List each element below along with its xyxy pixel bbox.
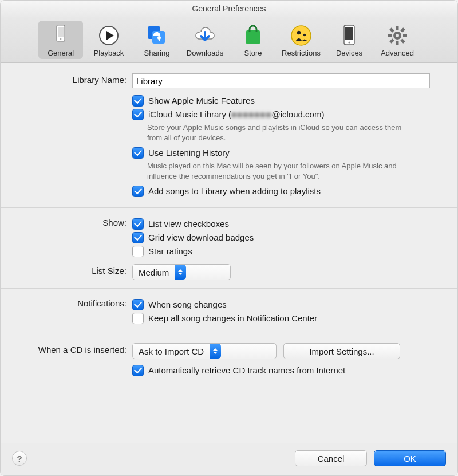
device-icon	[327, 23, 372, 48]
icloud-label-prefix: iCloud Music Library (	[148, 109, 231, 119]
select-value: Medium	[139, 267, 175, 277]
checkbox-label: Show Apple Music Features	[148, 95, 255, 107]
checkbox-label: Grid view download badges	[148, 232, 254, 243]
star-ratings-checkbox[interactable]: Star ratings	[132, 246, 430, 257]
listening-history-description: Music played on this Mac will be seen by…	[147, 161, 416, 181]
svg-rect-1	[58, 27, 64, 37]
library-name-input[interactable]	[132, 73, 430, 88]
list-view-checkboxes-checkbox[interactable]: List view checkboxes	[132, 218, 430, 230]
tab-playback[interactable]: Playback	[86, 21, 131, 59]
tab-restrictions[interactable]: Restrictions	[279, 21, 323, 59]
checkbox-label: When song changes	[148, 299, 227, 310]
tab-downloads[interactable]: Downloads	[183, 21, 227, 59]
checkbox-icon	[132, 365, 144, 376]
chevron-updown-icon	[175, 265, 186, 280]
gear-icon	[375, 23, 420, 48]
tab-label: Playback	[86, 49, 131, 57]
checkbox-label: Keep all song changes in Notification Ce…	[148, 313, 317, 324]
checkbox-icon	[132, 218, 144, 230]
svg-rect-14	[345, 27, 353, 40]
window-title: General Preferences	[1, 1, 457, 17]
tab-advanced[interactable]: Advanced	[375, 21, 420, 59]
tab-label: Restrictions	[279, 49, 323, 57]
checkbox-icon	[132, 313, 144, 324]
cancel-button[interactable]: Cancel	[295, 450, 367, 466]
checkbox-icon	[132, 147, 144, 159]
divider	[1, 335, 457, 335]
notifications-label: Notifications:	[18, 297, 132, 308]
svg-point-12	[303, 34, 306, 36]
play-icon	[86, 23, 131, 48]
svg-line-22	[401, 40, 404, 42]
when-song-changes-checkbox[interactable]: When song changes	[132, 299, 430, 310]
device-phone-icon	[38, 23, 83, 48]
checkbox-icon	[132, 109, 144, 120]
checkbox-label: Star ratings	[148, 246, 192, 257]
general-pane: Library Name: Show Apple Music Features …	[1, 63, 457, 443]
cd-inserted-label: When a CD is inserted:	[18, 343, 132, 355]
checkbox-icon	[132, 232, 144, 243]
redacted-account: ●●●●●●●	[231, 109, 271, 119]
checkbox-label: Automatically retrieve CD track names fr…	[148, 365, 345, 376]
svg-point-25	[396, 34, 399, 37]
icloud-music-library-description: Store your Apple Music songs and playlis…	[147, 123, 416, 143]
chevron-updown-icon	[210, 344, 221, 359]
tab-label: General	[38, 49, 83, 57]
preferences-window: General Preferences General Playback	[0, 0, 458, 476]
cd-action-select[interactable]: Ask to Import CD	[132, 343, 277, 359]
svg-rect-9	[246, 30, 260, 44]
add-songs-to-library-checkbox[interactable]: Add songs to Library when adding to play…	[132, 186, 430, 197]
tab-store[interactable]: Store	[231, 21, 275, 59]
sharing-icon	[135, 23, 179, 48]
tab-label: Devices	[327, 49, 372, 57]
divider	[1, 207, 457, 208]
import-settings-button[interactable]: Import Settings...	[283, 343, 400, 359]
parental-icon	[279, 23, 323, 48]
use-listening-history-checkbox[interactable]: Use Listening History	[132, 147, 430, 159]
library-name-label: Library Name:	[18, 73, 132, 85]
checkbox-label: iCloud Music Library (●●●●●●●@icloud.com…	[148, 109, 324, 120]
list-size-label: List Size:	[18, 264, 132, 276]
auto-retrieve-track-names-checkbox[interactable]: Automatically retrieve CD track names fr…	[132, 365, 430, 376]
tab-devices[interactable]: Devices	[327, 21, 372, 59]
tab-sharing[interactable]: Sharing	[135, 21, 179, 59]
keep-song-changes-checkbox[interactable]: Keep all song changes in Notification Ce…	[132, 313, 430, 324]
select-value: Ask to Import CD	[139, 347, 210, 356]
help-button[interactable]: ?	[12, 451, 27, 466]
tab-label: Downloads	[183, 49, 227, 57]
svg-line-23	[401, 29, 404, 32]
checkbox-icon	[132, 299, 144, 310]
show-apple-music-checkbox[interactable]: Show Apple Music Features	[132, 95, 430, 107]
ok-button[interactable]: OK	[374, 450, 446, 466]
tab-label: Advanced	[375, 49, 420, 57]
grid-download-badges-checkbox[interactable]: Grid view download badges	[132, 232, 430, 243]
checkbox-label: Use Listening History	[148, 147, 230, 159]
svg-line-21	[390, 29, 393, 32]
icloud-label-suffix: @icloud.com)	[271, 109, 324, 119]
tab-general[interactable]: General	[38, 21, 83, 59]
checkbox-icon	[132, 246, 144, 257]
checkbox-icon	[132, 186, 144, 197]
svg-point-11	[297, 31, 301, 34]
svg-point-10	[291, 26, 311, 45]
svg-rect-8	[159, 38, 160, 41]
preferences-toolbar: General Playback Sharing	[1, 17, 457, 63]
list-size-select[interactable]: Medium	[132, 264, 231, 280]
bag-icon	[231, 23, 275, 48]
checkbox-icon	[132, 95, 144, 107]
tab-label: Sharing	[135, 49, 179, 57]
checkbox-label: List view checkboxes	[148, 218, 229, 230]
svg-point-2	[60, 38, 62, 40]
svg-point-15	[348, 41, 350, 43]
show-label: Show:	[18, 216, 132, 227]
checkbox-label: Add songs to Library when adding to play…	[148, 186, 321, 197]
download-cloud-icon	[183, 23, 227, 48]
svg-line-24	[390, 40, 393, 42]
dialog-footer: ? Cancel OK	[1, 443, 457, 475]
tab-label: Store	[231, 49, 275, 57]
divider	[1, 288, 457, 289]
icloud-music-library-checkbox[interactable]: iCloud Music Library (●●●●●●●@icloud.com…	[132, 109, 430, 120]
